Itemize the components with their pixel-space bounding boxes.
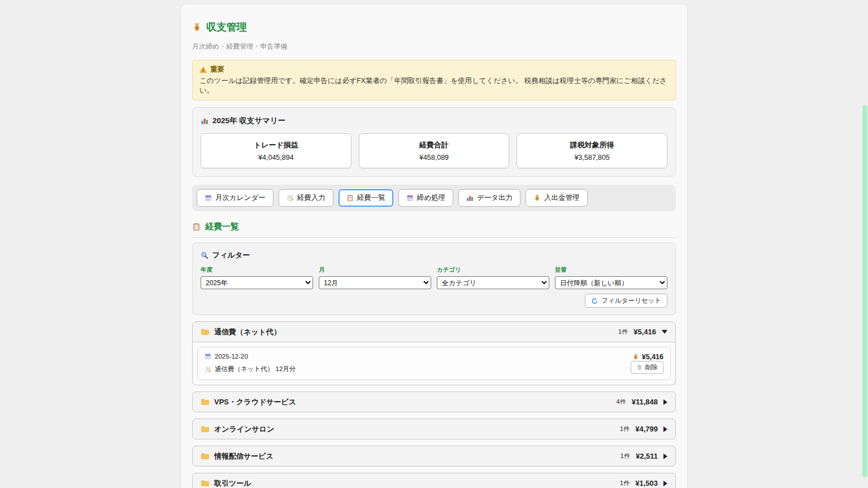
nav-button-expense-input[interactable]: 経費入力 <box>279 189 333 207</box>
nav-button-data-export[interactable]: データ出力 <box>458 189 520 207</box>
expense-group: 情報配信サービス 1件 ¥2,511 <box>192 446 676 467</box>
chevron-right-icon <box>663 426 667 432</box>
year-select[interactable]: 2025年 <box>201 276 313 289</box>
nav-button-expense-list[interactable]: 経費一覧 <box>338 189 393 207</box>
page-subtitle: 月次締め・経費管理・申告準備 <box>192 42 676 51</box>
section-title: 経費一覧 <box>192 221 676 238</box>
warning-icon <box>199 66 207 73</box>
expense-group-summary: 1件 ¥2,511 <box>620 452 667 460</box>
nav-button-label: 経費入力 <box>297 193 326 203</box>
bar-chart-icon <box>201 117 209 125</box>
nav-button-label: 締め処理 <box>417 193 445 203</box>
money-bag-icon <box>533 194 541 202</box>
calendar-icon <box>205 194 212 202</box>
clipboard-icon <box>346 194 354 202</box>
delete-button-label: 削除 <box>645 363 658 372</box>
summary-card-trade-pl: トレード損益 ¥4,045,894 <box>201 133 351 168</box>
folder-icon <box>201 328 209 336</box>
expense-group-header[interactable]: オンラインサロン 1件 ¥4,799 <box>192 419 676 439</box>
filter-field-year: 年度 2025年 <box>201 266 313 289</box>
filter-field-month: 月 12月 <box>319 266 431 289</box>
chevron-right-icon <box>663 399 667 405</box>
expense-group-total: ¥5,416 <box>633 328 656 336</box>
page-title: 収支管理 <box>192 20 676 34</box>
summary-panel: 2025年 収支サマリー トレード損益 ¥4,045,894 経費合計 ¥458… <box>192 107 676 177</box>
folder-icon <box>201 452 209 460</box>
chevron-right-icon <box>663 481 667 486</box>
summary-card-taxable-income: 課税対象所得 ¥3,587,805 <box>517 133 667 168</box>
filter-title-text: フィルター <box>212 250 250 260</box>
warning-banner: 重要 このツールは記録管理用です。確定申告には必ずFX業者の「年間取引報告書」を… <box>192 60 676 101</box>
summary-cards: トレード損益 ¥4,045,894 経費合計 ¥458,089 課税対象所得 ¥… <box>201 133 667 168</box>
expense-group-summary: 1件 ¥1,503 <box>620 479 667 487</box>
expense-group-summary: 1件 ¥4,799 <box>620 425 667 433</box>
filter-field-sort: 並替 日付降順（新しい順） <box>555 266 667 289</box>
expense-group: 通信費（ネット代） 1件 ¥5,416 2025-12-20 <box>192 321 676 385</box>
sort-select[interactable]: 日付降順（新しい順） <box>555 276 667 289</box>
nav-button-label: データ出力 <box>477 193 513 203</box>
nav-bar: 月次カレンダー 経費入力 経費一覧 締め処理 データ出力 <box>192 185 676 211</box>
category-select[interactable]: 全カテゴリ <box>437 276 549 289</box>
warning-header: 重要 <box>199 65 669 75</box>
folder-icon <box>201 398 209 406</box>
expense-group-name: オンラインサロン <box>214 424 274 434</box>
nav-button-label: 入出金管理 <box>544 193 580 203</box>
clipboard-icon <box>192 223 201 231</box>
filter-label-sort: 並替 <box>555 266 667 274</box>
expense-group-count: 1件 <box>618 328 628 336</box>
expense-entry-desc-row: 通信費（ネット代） 12月分 <box>205 365 631 373</box>
summary-card-expense-total: 経費合計 ¥458,089 <box>359 133 510 168</box>
expense-group-summary: 1件 ¥5,416 <box>618 328 667 336</box>
expense-entry-date: 2025-12-20 <box>215 353 248 360</box>
main-container: 収支管理 月次締め・経費管理・申告準備 重要 このツールは記録管理用です。確定申… <box>181 5 687 488</box>
summary-card-label: 課税対象所得 <box>523 140 661 150</box>
filter-reset-button[interactable]: フィルターリセット <box>585 294 667 308</box>
expense-group: 取引ツール 1件 ¥1,503 <box>192 473 676 488</box>
expense-entry: 2025-12-20 通信費（ネット代） 12月分 ¥5,416 <box>197 347 671 380</box>
filter-label-month: 月 <box>319 266 431 274</box>
nav-button-monthly-calendar[interactable]: 月次カレンダー <box>197 189 274 207</box>
expense-group-body: 2025-12-20 通信費（ネット代） 12月分 ¥5,416 <box>192 342 676 385</box>
summary-card-value: ¥458,089 <box>365 154 504 162</box>
filter-fields: 年度 2025年 月 12月 カテゴリ 全カテゴリ 並替 日付降順（新しい順） <box>201 266 667 289</box>
filter-reset-label: フィルターリセット <box>601 297 661 305</box>
summary-title: 2025年 収支サマリー <box>201 116 667 126</box>
nav-button-label: 経費一覧 <box>357 193 385 203</box>
expense-entry-main: 2025-12-20 通信費（ネット代） 12月分 <box>205 353 631 374</box>
expense-entry-amount: ¥5,416 <box>642 353 663 361</box>
expense-group: VPS・クラウドサービス 4件 ¥11,848 <box>192 391 676 412</box>
expense-group-header[interactable]: 情報配信サービス 1件 ¥2,511 <box>192 446 676 467</box>
expense-group: オンラインサロン 1件 ¥4,799 <box>192 419 676 439</box>
section-title-text: 経費一覧 <box>205 221 239 232</box>
summary-card-value: ¥3,587,805 <box>523 154 661 162</box>
folder-icon <box>201 479 209 487</box>
expense-entry-side: ¥5,416 削除 <box>631 353 663 374</box>
month-select[interactable]: 12月 <box>319 276 431 289</box>
warning-label: 重要 <box>210 65 224 75</box>
filter-actions: フィルターリセット <box>201 294 667 308</box>
nav-button-deposit-withdrawal[interactable]: 入出金管理 <box>526 189 588 207</box>
warning-text: このツールは記録管理用です。確定申告には必ずFX業者の「年間取引報告書」を使用し… <box>199 76 669 95</box>
chevron-down-icon <box>662 330 667 334</box>
summary-card-label: トレード損益 <box>207 140 345 150</box>
bar-chart-icon <box>466 194 474 202</box>
expense-entry-amount-row: ¥5,416 <box>632 353 663 361</box>
expense-group-name: VPS・クラウドサービス <box>214 397 296 407</box>
folder-icon <box>201 425 209 433</box>
expense-group-header[interactable]: VPS・クラウドサービス 4件 ¥11,848 <box>192 391 676 412</box>
filter-label-year: 年度 <box>201 266 313 274</box>
expense-group-count: 1件 <box>620 452 630 460</box>
expense-group-header[interactable]: 取引ツール 1件 ¥1,503 <box>192 473 676 488</box>
expense-entry-date-row: 2025-12-20 <box>205 353 631 360</box>
scrollbar-thumb[interactable] <box>862 105 867 477</box>
summary-title-text: 2025年 収支サマリー <box>212 116 285 126</box>
expense-group-count: 1件 <box>620 479 630 487</box>
filter-title: フィルター <box>201 250 667 260</box>
money-bag-icon <box>192 23 202 32</box>
expense-group-count: 4件 <box>617 398 626 406</box>
expense-group-header[interactable]: 通信費（ネット代） 1件 ¥5,416 <box>192 321 676 342</box>
filter-label-category: カテゴリ <box>437 266 549 274</box>
reset-icon <box>591 298 598 304</box>
delete-button[interactable]: 削除 <box>631 361 663 374</box>
nav-button-closing-process[interactable]: 締め処理 <box>398 189 453 207</box>
